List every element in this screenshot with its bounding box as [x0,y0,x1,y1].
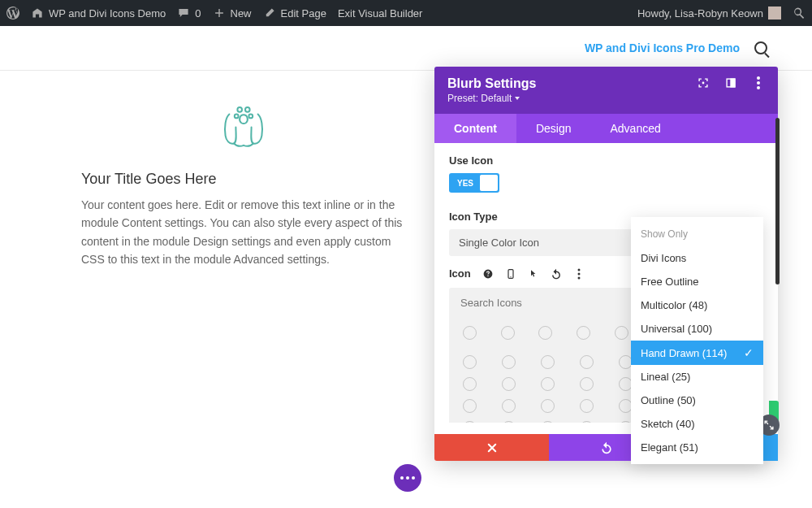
icon-option[interactable] [541,355,555,369]
icon-option[interactable] [577,326,590,340]
icon-option[interactable] [580,421,594,423]
svg-point-11 [510,276,511,277]
wordpress-icon [6,7,19,20]
preset-selector[interactable]: Preset: Default [447,93,536,104]
tab-design[interactable]: Design [516,114,591,143]
scrollbar-thumb[interactable] [775,118,780,284]
svg-point-12 [577,268,580,271]
panel-header[interactable]: Blurb Settings Preset: Default [434,67,778,114]
svg-point-9 [757,86,760,89]
close-icon [486,442,498,454]
icon-option[interactable] [541,421,555,423]
builder-menu-fab[interactable] [394,464,421,492]
svg-point-8 [757,81,760,85]
icon-option[interactable] [463,399,477,413]
svg-point-1 [245,107,250,112]
icon-option[interactable] [502,377,516,391]
svg-point-3 [248,115,253,119]
hands-paw-icon [211,98,276,150]
snap-icon[interactable] [724,76,737,89]
site-title-text: WP and Divi Icons Demo [49,7,166,20]
howdy-text: Howdy, Lisa-Robyn Keown [637,7,763,20]
icon-filter-dropdown: Show Only Divi Icons Free Outline Multic… [631,217,763,464]
exit-visual-builder[interactable]: Exit Visual Builder [338,7,423,20]
plus-icon [213,7,226,20]
icon-option[interactable] [502,399,516,413]
use-icon-label: Use Icon [449,154,763,167]
dropdown-item[interactable]: Divi Icons [631,246,763,270]
comment-icon [177,7,190,20]
icon-option[interactable] [502,421,516,423]
icon-option[interactable] [580,399,594,413]
expand-icon [763,419,775,431]
svg-point-2 [235,115,239,119]
wp-admin-bar: WP and Divi Icons Demo 0 New Edit Page E… [0,0,812,26]
svg-point-4 [702,82,703,83]
search-icon [793,7,806,20]
edit-page[interactable]: Edit Page [263,7,326,20]
hover-icon[interactable] [528,268,539,280]
dropdown-item[interactable]: Outline (50) [631,389,763,412]
dropdown-item[interactable]: Elegant (51) [631,436,763,459]
blurb-body[interactable]: Your content goes here. Edit or remove t… [81,196,406,269]
site-name[interactable]: WP and Divi Icons Demo [31,7,166,20]
icon-option[interactable] [463,326,477,340]
svg-rect-6 [731,79,735,87]
pencil-icon [263,7,276,20]
dropdown-item[interactable]: Multicolor (48) [631,293,763,317]
tab-content[interactable]: Content [434,114,516,143]
options-kebab-icon[interactable] [573,268,585,280]
blurb-module: Your Title Goes Here Your content goes h… [81,98,406,269]
nav-link-demo[interactable]: WP and Divi Icons Pro Demo [585,41,740,54]
icon-option[interactable] [580,355,594,369]
tab-advanced[interactable]: Advanced [590,114,680,143]
dropdown-item[interactable]: Lineal (25) [631,365,763,389]
icon-option[interactable] [538,326,552,340]
icon-option[interactable] [580,377,594,391]
phone-preview-icon[interactable] [505,268,516,280]
new-content[interactable]: New [213,7,252,20]
svg-point-13 [577,272,580,275]
icon-option[interactable] [541,399,555,413]
icon-option[interactable] [463,355,477,369]
icon-option[interactable] [463,421,477,423]
dropdown-item[interactable]: Free Outline [631,270,763,293]
focus-icon[interactable] [697,76,710,89]
icon-option[interactable] [463,377,477,391]
icon-option[interactable] [541,377,555,391]
site-header: WP and Divi Icons Pro Demo [0,26,812,71]
toggle-knob [480,175,498,191]
toggle-yes-label: YES [451,179,480,188]
dropdown-item-selected[interactable]: Hand Drawn (114) ✓ [631,341,763,365]
comments[interactable]: 0 [177,7,201,20]
svg-point-7 [757,76,760,80]
dropdown-item[interactable]: Universal (100) [631,317,763,341]
edit-page-label: Edit Page [281,7,326,20]
site-search-icon[interactable] [754,41,767,54]
check-icon: ✓ [744,346,754,359]
icon-option[interactable] [501,326,515,340]
blurb-icon-wrapper [81,98,406,150]
icon-option[interactable] [502,355,516,369]
reset-icon[interactable] [551,268,562,280]
home-icon [31,7,44,20]
svg-point-0 [237,107,242,112]
comments-count: 0 [195,7,201,20]
panel-title-text: Blurb Settings [447,76,536,91]
howdy-user[interactable]: Howdy, Lisa-Robyn Keown [637,7,781,20]
dropdown-header: Show Only [631,222,763,246]
kebab-menu-icon[interactable] [752,76,765,89]
avatar [768,7,781,20]
admin-search[interactable] [793,7,806,20]
use-icon-toggle[interactable]: YES [449,173,499,193]
help-icon[interactable] [482,268,494,280]
exit-builder-label: Exit Visual Builder [338,7,423,20]
svg-point-14 [577,276,580,279]
discard-button[interactable] [434,434,549,461]
settings-tabs: Content Design Advanced [434,114,778,143]
blurb-title[interactable]: Your Title Goes Here [81,171,406,188]
new-label: New [231,7,252,20]
wp-logo[interactable] [6,7,19,20]
dropdown-item[interactable]: Sketch (40) [631,412,763,436]
icon-option[interactable] [615,326,628,340]
